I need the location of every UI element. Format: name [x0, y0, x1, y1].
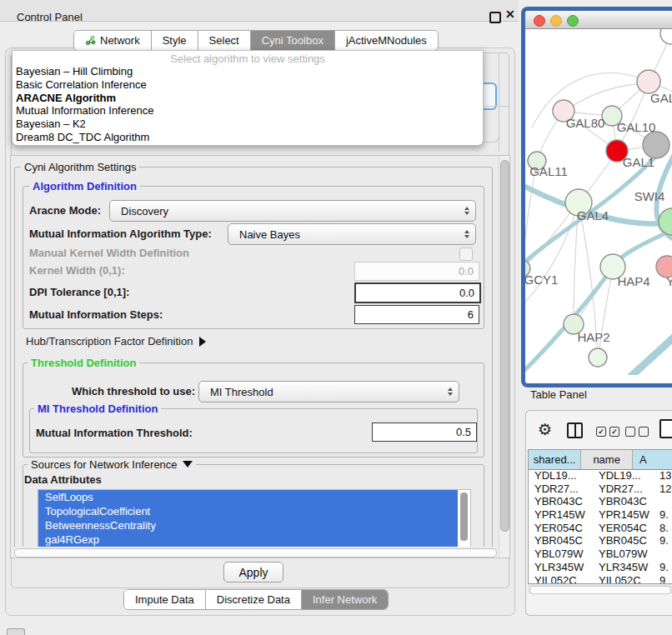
network-window-titlebar[interactable] — [525, 11, 672, 29]
screenshot-root: Control Panel ✕ NetworkStyleSelectCyni T… — [0, 0, 672, 635]
cell: YLR345W — [529, 561, 592, 574]
column-header-name[interactable]: name — [581, 450, 633, 470]
column-header-shared[interactable]: shared... — [529, 450, 581, 470]
network-icon — [85, 35, 96, 46]
sources-group-title[interactable]: Sources for Network Inference — [28, 458, 196, 471]
node-gal[interactable] — [637, 70, 660, 93]
deselect-columns-icon[interactable] — [625, 427, 649, 437]
table-panel-window: ⚙ ✓✓ shared...nameA YDL19...YDL19...13YD… — [525, 410, 672, 616]
settings-gear-icon[interactable]: ⚙ — [538, 420, 552, 438]
table-header-row: shared...nameA — [529, 450, 672, 469]
cell: YBL079W — [592, 548, 654, 561]
data-attributes-list: SelfLoopsTopologicalCoefficientBetweenne… — [38, 489, 471, 549]
dpi-tolerance-label: DPI Tolerance [0,1]: — [29, 286, 129, 298]
cell: YER054C — [592, 522, 654, 535]
tab-select[interactable]: Select — [198, 31, 251, 50]
tab-jactivemnodules[interactable]: jActiveMNodules — [335, 31, 438, 50]
algorithm-option-list: Bayesian – Hill ClimbingBasic Correlatio… — [13, 65, 483, 144]
table-body: YDL19...YDL19...13YDR27...YDR27...12YBR0… — [529, 469, 672, 583]
hidden-groupbox-fragment — [485, 106, 509, 107]
tab-label: Style — [163, 34, 187, 47]
table-hscrollbar-thumb[interactable] — [529, 586, 671, 594]
tab-label: Network — [100, 34, 140, 47]
cell: 12 — [654, 482, 671, 496]
settings-vscrollbar-thumb[interactable] — [500, 160, 509, 532]
table-panel-title: Table Panel — [530, 388, 587, 401]
collapse-down-icon — [183, 461, 193, 468]
aracne-mode-select[interactable]: Discovery — [109, 200, 476, 222]
table-row[interactable]: YIL052CYIL052C9 — [529, 574, 672, 584]
cell: YIL052C — [592, 574, 654, 584]
apply-button[interactable]: Apply — [223, 562, 283, 582]
tab-impute-data[interactable]: Impute Data — [124, 590, 206, 609]
node-unlabeled[interactable] — [589, 348, 607, 367]
algorithm-option-mutual-information-inference[interactable]: Mutual Information Inference — [13, 104, 483, 118]
node-label-swi4: SWI4 — [634, 189, 665, 203]
mi-algorithm-type-value: Naive Bayes — [228, 228, 464, 241]
cell: YIL052C — [529, 574, 592, 584]
node-label-gal: GAL — [650, 91, 672, 105]
network-view-window[interactable]: GALGAL80GAL10GAL1GAL11GAL4SWI4GCY1HAP4YH… — [521, 7, 672, 388]
cell — [654, 548, 659, 561]
control-panel-title: Control Panel — [17, 7, 83, 28]
tab-discretize-data[interactable]: Discretize Data — [206, 590, 302, 609]
tab-infer-network[interactable]: Infer Network — [302, 590, 388, 609]
tab-network[interactable]: Network — [74, 31, 152, 50]
table-row[interactable]: YBL079WYBL079W — [529, 548, 672, 561]
zoom-traffic-light-icon[interactable] — [567, 15, 579, 27]
node-label-hap4: HAP4 — [617, 274, 649, 288]
algorithm-option-dream8-dc-tdc-algorithm[interactable]: Dream8 DC_TDC Algorithm — [13, 131, 483, 144]
threshold-definition-title: Threshold Definition — [28, 357, 139, 369]
table-row[interactable]: YPR145WYPR145W9. — [529, 508, 672, 522]
aracne-mode-label: Aracne Mode: — [29, 204, 101, 217]
table-row[interactable]: YBR043CYBR043C — [529, 495, 672, 508]
cell: YDL19... — [529, 469, 592, 482]
manual-kernel-width-checkbox[interactable] — [459, 248, 473, 261]
mi-steps-field[interactable]: 6 — [354, 305, 479, 324]
attribute-item-betweennesscentrality[interactable]: BetweennessCentrality — [38, 518, 458, 532]
mi-threshold-group-title: MI Threshold Definition — [34, 402, 161, 415]
which-threshold-select[interactable]: MI Threshold — [198, 381, 459, 402]
cell: 8. — [654, 522, 669, 535]
close-icon[interactable]: ✕ — [505, 8, 515, 21]
aracne-mode-value: Discovery — [110, 205, 464, 218]
which-threshold-value: MI Threshold — [199, 386, 448, 398]
table-row[interactable]: YDL19...YDL19...13 — [529, 469, 672, 482]
close-traffic-light-icon[interactable] — [534, 15, 545, 27]
table-row[interactable]: YLR345WYLR345W9. — [529, 561, 672, 574]
tab-cyni-toolbox[interactable]: Cyni Toolbox — [251, 31, 335, 50]
algorithm-option-basic-correlation-inference[interactable]: Basic Correlation Inference — [13, 78, 483, 92]
tab-label: Cyni Toolbox — [262, 34, 323, 47]
attribute-item-gal4rgexp[interactable]: gal4RGexp — [38, 532, 458, 547]
document-icon[interactable] — [659, 419, 672, 438]
cell: YBR043C — [529, 495, 592, 508]
table-row[interactable]: YDR27...YDR27...12 — [529, 482, 672, 496]
attribute-item-selfloops[interactable]: SelfLoops — [38, 490, 458, 504]
split-table-icon[interactable] — [567, 422, 583, 438]
mi-threshold-field[interactable]: 0.5 — [372, 422, 477, 442]
node-table: shared...nameA YDL19...YDL19...13YDR27..… — [528, 449, 672, 584]
dpi-tolerance-field[interactable]: 0.0 — [354, 282, 481, 303]
cell: 9. — [654, 561, 669, 574]
settings-hscrollbar-thumb[interactable] — [14, 548, 497, 558]
tab-style[interactable]: Style — [152, 31, 198, 50]
stepper-icon — [464, 207, 469, 215]
algorithm-option-bayesian-k2[interactable]: Bayesian – K2 — [13, 118, 483, 131]
mi-algorithm-type-select[interactable]: Naive Bayes — [228, 223, 476, 245]
select-columns-icon[interactable]: ✓✓ — [596, 427, 619, 437]
table-row[interactable]: YBR045CYBR045C9. — [529, 534, 672, 548]
attribute-item-topologicalcoefficient[interactable]: TopologicalCoefficient — [38, 504, 458, 518]
algorithm-option-aracne-algorithm[interactable]: ARACNE Algorithm — [13, 92, 483, 105]
list-scrollbar-thumb[interactable] — [460, 492, 468, 541]
table-row[interactable]: YER054CYER054C8. — [529, 522, 672, 535]
hub-definition-expander[interactable]: Hub/Transcription Factor Definition — [26, 335, 206, 348]
tab-label: Discretize Data — [217, 593, 290, 606]
node-unlabeled[interactable] — [660, 29, 672, 44]
column-header-a[interactable]: A — [633, 450, 672, 470]
kernel-width-field[interactable]: 0.0 — [354, 262, 479, 281]
algorithm-dropdown-placeholder: Select algorithm to view settings — [13, 52, 483, 65]
algorithm-option-bayesian-hill-climbing[interactable]: Bayesian – Hill Climbing — [13, 65, 483, 78]
float-window-icon[interactable] — [489, 12, 501, 23]
network-canvas[interactable]: GALGAL80GAL10GAL1GAL11GAL4SWI4GCY1HAP4YH… — [525, 29, 672, 375]
minimize-traffic-light-icon[interactable] — [550, 15, 562, 27]
